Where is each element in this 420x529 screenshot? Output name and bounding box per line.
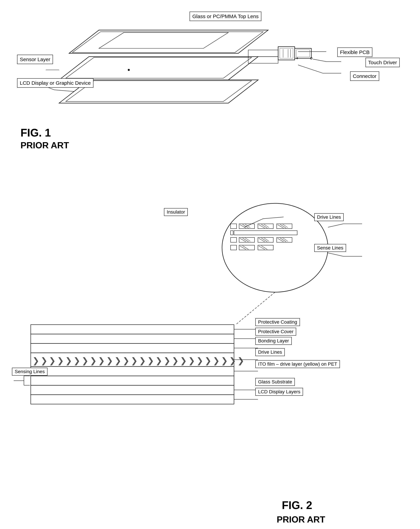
fig2-caption: FIG. 2 bbox=[282, 499, 312, 512]
svg-rect-10 bbox=[296, 50, 310, 57]
fig2-drive-lines-label: Drive Lines bbox=[314, 213, 344, 221]
fig1-caption: FIG. 1 bbox=[21, 126, 51, 139]
fig2-bonding-layer-label: Bonding Layer bbox=[255, 337, 292, 345]
fig2-lcd-display-label: LCD Display Layers bbox=[255, 388, 303, 396]
fig2-protective-cover-label: Protective Cover bbox=[255, 328, 296, 336]
fig2-glass-substrate-label: Glass Substrate bbox=[255, 378, 295, 386]
svg-rect-2 bbox=[248, 50, 278, 57]
svg-rect-3 bbox=[248, 57, 278, 63]
svg-point-1 bbox=[128, 69, 130, 71]
fig2-prior-art: PRIOR ART bbox=[277, 514, 325, 525]
fig1-lcd-label: LCD Display or Graphic Device bbox=[17, 78, 93, 88]
svg-rect-4 bbox=[278, 47, 295, 60]
page: Glass or PC/PMMA Top Lens Sensor Layer F… bbox=[0, 0, 420, 529]
svg-rect-64 bbox=[31, 344, 234, 353]
svg-line-84 bbox=[328, 224, 343, 227]
fig2-insulator-label: Insulator bbox=[164, 208, 188, 216]
svg-rect-69 bbox=[31, 385, 234, 395]
fig1-glass-label: Glass or PC/PMMA Top Lens bbox=[190, 12, 261, 21]
fig2-diagram: ❯❯❯❯❯❯❯❯❯❯❯❯❯❯❯❯❯❯❯❯❯❯❯❯❯❯ bbox=[10, 171, 410, 496]
svg-rect-63 bbox=[31, 334, 234, 344]
fig1-diagram: Glass or PC/PMMA Top Lens Sensor Layer F… bbox=[10, 7, 410, 123]
fig1-touchdriver-label: Touch Driver bbox=[366, 58, 400, 67]
svg-line-86 bbox=[328, 253, 343, 256]
svg-rect-5 bbox=[280, 48, 293, 58]
svg-line-23 bbox=[54, 90, 74, 92]
fig2-svg: ❯❯❯❯❯❯❯❯❯❯❯❯❯❯❯❯❯❯❯❯❯❯❯❯❯❯ bbox=[10, 171, 410, 487]
fig1-flexpcb-label: Flexible PCB bbox=[337, 48, 372, 57]
svg-rect-67 bbox=[31, 367, 234, 376]
svg-rect-62 bbox=[31, 325, 234, 334]
fig2-drive-lines-stack-label: Drive Lines bbox=[255, 348, 285, 356]
fig2-protective-coating-label: Protective Coating bbox=[255, 318, 300, 326]
fig1-sensor-label: Sensor Layer bbox=[17, 55, 53, 64]
fig1-svg bbox=[10, 7, 410, 123]
svg-rect-68 bbox=[31, 376, 234, 385]
svg-line-19 bbox=[313, 59, 326, 62]
fig1-connector-label: Connector bbox=[350, 71, 379, 81]
svg-text:❯❯❯❯❯❯❯❯❯❯❯❯❯❯❯❯❯❯❯❯❯❯❯❯❯❯: ❯❯❯❯❯❯❯❯❯❯❯❯❯❯❯❯❯❯❯❯❯❯❯❯❯❯ bbox=[32, 356, 246, 366]
svg-rect-70 bbox=[31, 395, 234, 404]
fig2-sense-lines-label: Sense Lines bbox=[314, 244, 346, 252]
svg-rect-9 bbox=[295, 48, 311, 58]
svg-point-25 bbox=[222, 203, 328, 292]
fig2-sensing-lines-label: Sensing Lines bbox=[12, 368, 48, 376]
svg-line-21 bbox=[298, 65, 323, 73]
fig2-ito-film-label: ITO film – drive layer (yellow) on PET bbox=[255, 360, 340, 368]
fig1-prior-art: PRIOR ART bbox=[21, 140, 69, 150]
